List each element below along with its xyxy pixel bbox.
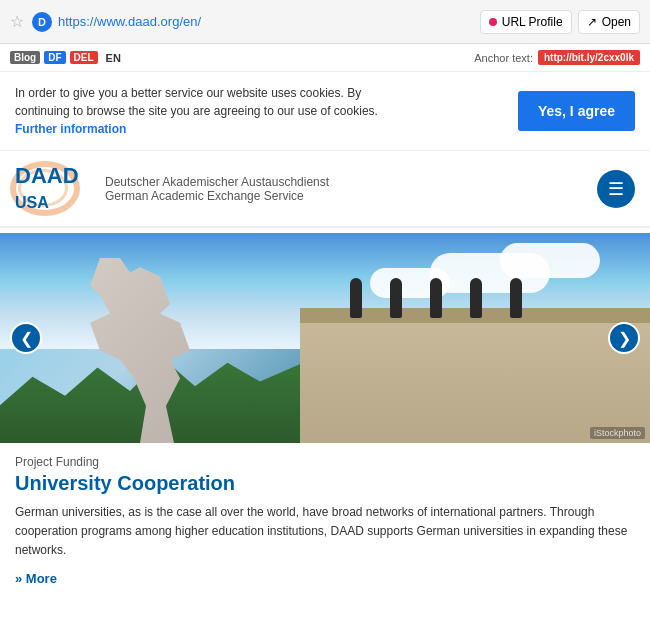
figure-1 bbox=[350, 278, 362, 318]
url-display[interactable]: https://www.daad.org/en/ bbox=[58, 14, 480, 29]
menu-button[interactable]: ☰ bbox=[597, 170, 635, 208]
project-description: German universities, as is the case all … bbox=[15, 503, 635, 561]
project-label: Project Funding bbox=[15, 455, 635, 469]
anchor-label: Anchor text: bbox=[474, 52, 533, 64]
project-title: University Cooperation bbox=[15, 472, 635, 495]
url-profile-button[interactable]: URL Profile bbox=[480, 10, 572, 34]
star-icon[interactable]: ☆ bbox=[10, 12, 24, 31]
external-link-icon: ↗ bbox=[587, 15, 597, 29]
content-section: Project Funding University Cooperation G… bbox=[0, 443, 650, 596]
tag-df[interactable]: DF bbox=[44, 51, 65, 64]
anchor-url[interactable]: http://bit.ly/2cxx0lk bbox=[538, 50, 640, 65]
tag-bar: Blog DF DEL EN Anchor text: http://bit.l… bbox=[0, 44, 650, 72]
browser-top-bar: ☆ D https://www.daad.org/en/ URL Profile… bbox=[0, 0, 650, 44]
daad-english-name: German Academic Exchange Service bbox=[105, 189, 329, 203]
top-bar-actions: URL Profile ↗ Open bbox=[480, 10, 640, 34]
cookie-banner: In order to give you a better service ou… bbox=[0, 72, 650, 151]
daad-wordmark: DAAD bbox=[15, 163, 79, 189]
daad-logo-area: DAAD USA Deutscher Akademischer Austausc… bbox=[10, 161, 329, 216]
figure-2 bbox=[390, 278, 402, 318]
figure-3 bbox=[430, 278, 442, 318]
cookie-text: In order to give you a better service ou… bbox=[15, 84, 415, 138]
open-label: Open bbox=[602, 15, 631, 29]
daad-logo: DAAD USA bbox=[10, 161, 100, 216]
istockphoto-badge: iStockphoto bbox=[590, 427, 645, 439]
figure-5 bbox=[510, 278, 522, 318]
hero-image-container: iStockphoto ❮ ❯ bbox=[0, 233, 650, 443]
hero-image: iStockphoto bbox=[0, 233, 650, 443]
open-button[interactable]: ↗ Open bbox=[578, 10, 640, 34]
daad-text-area: Deutscher Akademischer Austauschdienst G… bbox=[105, 175, 329, 203]
daad-country: USA bbox=[15, 194, 49, 212]
daad-full-name: Deutscher Akademischer Austauschdienst bbox=[105, 175, 329, 189]
cookie-agree-button[interactable]: Yes, I agree bbox=[518, 91, 635, 131]
favicon: D bbox=[32, 12, 52, 32]
profile-dot-icon bbox=[489, 18, 497, 26]
cookie-further-info-link[interactable]: Further information bbox=[15, 122, 126, 136]
anchor-text-area: Anchor text: http://bit.ly/2cxx0lk bbox=[474, 50, 640, 65]
figure-4 bbox=[470, 278, 482, 318]
more-link[interactable]: » More bbox=[15, 571, 635, 586]
daad-header: DAAD USA Deutscher Akademischer Austausc… bbox=[0, 151, 650, 228]
url-profile-label: URL Profile bbox=[502, 15, 563, 29]
building-image bbox=[300, 323, 650, 443]
hero-next-button[interactable]: ❯ bbox=[608, 322, 640, 354]
cloud-3 bbox=[500, 243, 600, 278]
tag-del[interactable]: DEL bbox=[70, 51, 98, 64]
cookie-message: In order to give you a better service ou… bbox=[15, 86, 378, 118]
hero-prev-button[interactable]: ❮ bbox=[10, 322, 42, 354]
tag-blog[interactable]: Blog bbox=[10, 51, 40, 64]
tag-en[interactable]: EN bbox=[102, 51, 125, 65]
